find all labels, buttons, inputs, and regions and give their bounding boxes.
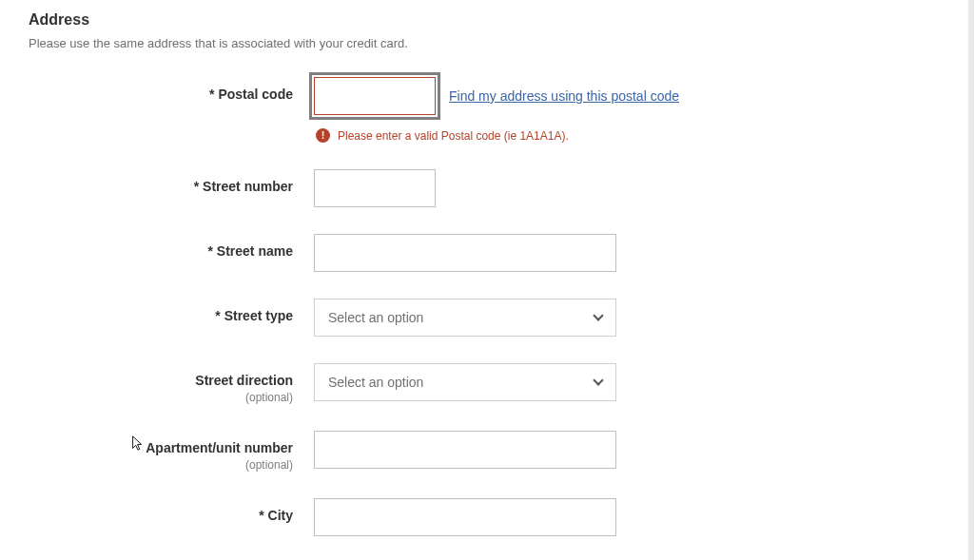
- label-street-number: * Street number: [29, 169, 314, 195]
- address-form: Address Please use the same address that…: [0, 0, 974, 560]
- street-name-input[interactable]: [314, 234, 616, 272]
- row-street-type: * Street type Select an option: [29, 299, 945, 337]
- chevron-down-icon: [593, 310, 603, 320]
- label-city: * City: [29, 498, 314, 524]
- section-subtitle: Please use the same address that is asso…: [29, 36, 945, 50]
- select-placeholder: Select an option: [328, 310, 423, 325]
- row-postal-code: * Postal code Find my address using this…: [29, 77, 945, 143]
- select-placeholder: Select an option: [328, 375, 423, 390]
- label-postal-code: * Postal code: [29, 77, 314, 103]
- section-title: Address: [29, 11, 945, 29]
- street-type-select[interactable]: Select an option: [314, 299, 616, 337]
- row-street-name: * Street name: [29, 234, 945, 272]
- row-apartment: Apartment/unit number (optional): [29, 431, 945, 472]
- apartment-input[interactable]: [314, 431, 616, 469]
- error-text: Please enter a valid Postal code (ie 1A1…: [338, 129, 569, 143]
- street-direction-select[interactable]: Select an option: [314, 363, 616, 401]
- postal-code-input[interactable]: [314, 77, 436, 115]
- row-street-direction: Street direction (optional) Select an op…: [29, 363, 945, 404]
- label-apartment: Apartment/unit number (optional): [29, 431, 314, 472]
- label-street-type: * Street type: [29, 299, 314, 324]
- label-street-direction: Street direction (optional): [29, 363, 314, 404]
- street-number-input[interactable]: [314, 169, 436, 207]
- field-postal-code: Find my address using this postal code !…: [314, 77, 679, 143]
- chevron-down-icon: [593, 375, 603, 385]
- find-address-link[interactable]: Find my address using this postal code: [449, 88, 679, 104]
- label-street-name: * Street name: [29, 234, 314, 260]
- right-window-border: [968, 0, 974, 560]
- row-city: * City: [29, 498, 945, 536]
- row-street-number: * Street number: [29, 169, 945, 207]
- postal-code-error: ! Please enter a valid Postal code (ie 1…: [316, 128, 679, 143]
- city-input[interactable]: [314, 498, 616, 536]
- error-icon: !: [316, 128, 330, 143]
